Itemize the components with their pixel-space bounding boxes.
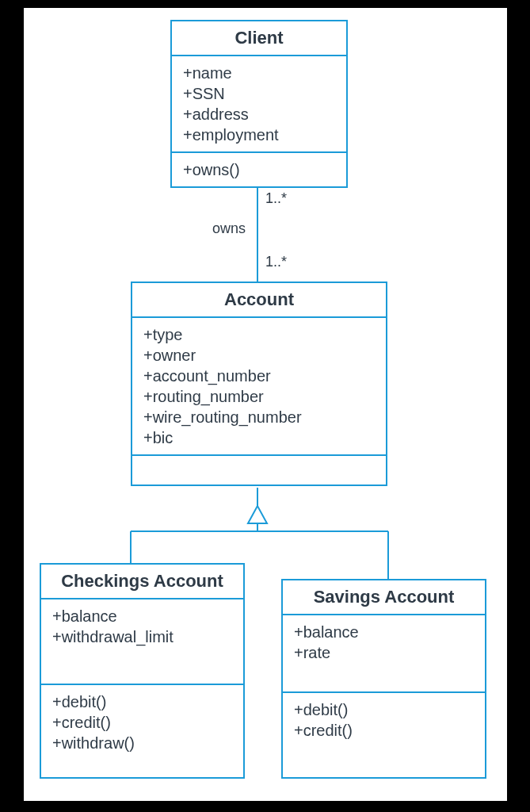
attr: +account_number (143, 366, 375, 386)
attr: +wire_routing_number (143, 407, 375, 427)
svg-marker-2 (248, 506, 267, 523)
attr: +rate (294, 642, 474, 663)
method: +credit() (294, 720, 474, 741)
attr: +type (143, 324, 375, 345)
class-checkings-title: Checkings Account (41, 565, 243, 599)
attr: +balance (294, 622, 474, 642)
attr: +owner (143, 345, 375, 366)
class-client-attrs: +name +SSN +address +employment (172, 56, 346, 153)
attr: +withdrawal_limit (52, 626, 232, 647)
attr: +SSN (183, 83, 335, 104)
class-client: Client +name +SSN +address +employment +… (170, 20, 348, 188)
attr: +routing_number (143, 386, 375, 407)
attr: +address (183, 104, 335, 124)
method: +debit() (294, 699, 474, 720)
class-account-attrs: +type +owner +account_number +routing_nu… (132, 318, 386, 456)
class-savings: Savings Account +balance +rate +debit() … (281, 579, 486, 779)
class-checkings: Checkings Account +balance +withdrawal_l… (40, 563, 245, 779)
class-savings-methods: +debit() +credit() (283, 693, 485, 777)
method: +credit() (52, 712, 232, 733)
attr: +bic (143, 427, 375, 448)
class-client-methods: +owns() (172, 153, 346, 186)
multiplicity-top: 1..* (265, 190, 287, 207)
class-checkings-methods: +debit() +credit() +withdraw() (41, 685, 243, 777)
attr: +balance (52, 606, 232, 626)
association-label: owns (212, 220, 246, 237)
class-account-title: Account (132, 283, 386, 318)
method: +owns() (183, 159, 335, 180)
diagram-canvas: Client +name +SSN +address +employment +… (24, 8, 507, 801)
class-savings-attrs: +balance +rate (283, 615, 485, 693)
attr: +name (183, 63, 335, 83)
class-checkings-attrs: +balance +withdrawal_limit (41, 599, 243, 685)
class-account: Account +type +owner +account_number +ro… (131, 282, 387, 486)
method: +withdraw() (52, 733, 232, 753)
class-account-methods (132, 456, 386, 485)
attr: +employment (183, 124, 335, 145)
class-client-title: Client (172, 21, 346, 56)
class-savings-title: Savings Account (283, 580, 485, 615)
multiplicity-bottom: 1..* (265, 254, 287, 270)
method: +debit() (52, 691, 232, 712)
